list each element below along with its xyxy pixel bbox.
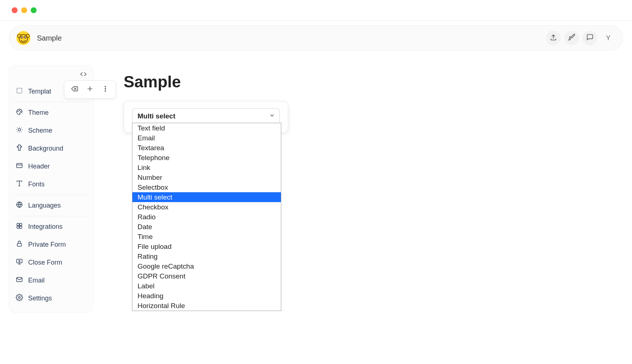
rocket-button[interactable]	[564, 31, 579, 45]
floating-toolbar	[64, 80, 116, 99]
sidebar-item-label: Theme	[28, 109, 49, 117]
topbar: Sample Y	[9, 25, 623, 51]
svg-point-19	[20, 111, 21, 112]
sidebar-item-label: Close Form	[28, 259, 62, 266]
svg-line-24	[21, 132, 22, 132]
svg-point-17	[18, 111, 18, 112]
window-close-dot[interactable]	[12, 7, 18, 13]
sidebar-item-label: Fonts	[28, 181, 45, 188]
topbar-actions: Y	[546, 31, 616, 45]
form-card: Multi select Text fieldEmailTextareaTele…	[124, 101, 288, 133]
svg-line-28	[21, 128, 22, 128]
svg-point-18	[19, 110, 20, 111]
field-type-select[interactable]: Multi select	[132, 108, 280, 124]
window-zoom-dot[interactable]	[31, 7, 37, 13]
sidebar-divider	[13, 216, 90, 216]
window-controls	[0, 0, 632, 21]
sidebar-item-integrations[interactable]: Integrations	[9, 218, 93, 236]
svg-point-6	[21, 37, 22, 38]
svg-point-20	[18, 129, 21, 131]
sidebar-item-label: Header	[28, 163, 50, 170]
sidebar-item-header[interactable]: Header	[9, 158, 93, 175]
chat-button[interactable]	[583, 31, 597, 45]
puzzle-icon	[16, 222, 23, 231]
sidebar-item-settings[interactable]: Settings	[9, 289, 93, 307]
avatar-initial: Y	[606, 34, 610, 42]
sidebar: Templat Theme Scheme Background Header F…	[9, 65, 94, 313]
svg-point-13	[105, 86, 106, 87]
sidebar-divider	[13, 195, 90, 195]
monitor-x-icon	[16, 258, 23, 267]
sidebar-item-email[interactable]: Email	[9, 272, 93, 289]
field-type-option[interactable]: Selectbox	[132, 182, 281, 192]
window-minimize-dot[interactable]	[21, 7, 27, 13]
sidebar-item-theme[interactable]: Theme	[9, 104, 93, 122]
add-field-button[interactable]	[86, 85, 94, 94]
upload-button[interactable]	[546, 31, 561, 45]
sidebar-item-background[interactable]: Background	[9, 140, 93, 158]
main-canvas: Sample Multi select Text fieldEmailTexta…	[105, 65, 623, 133]
field-type-option[interactable]: Link	[132, 163, 281, 172]
app-logo	[16, 31, 30, 45]
settings-icon	[16, 294, 23, 303]
delete-icon	[71, 87, 78, 94]
field-type-option[interactable]: Rating	[132, 251, 281, 261]
code-icon	[80, 72, 87, 79]
field-type-option[interactable]: Google reCaptcha	[132, 261, 281, 271]
topbar-title: Sample	[37, 34, 62, 42]
header-icon	[16, 162, 23, 171]
delete-field-button[interactable]	[71, 85, 78, 94]
field-type-option[interactable]: Text field	[132, 123, 281, 133]
lock-icon	[16, 240, 23, 249]
sidebar-divider	[13, 102, 90, 102]
svg-rect-39	[17, 243, 22, 246]
user-avatar[interactable]: Y	[601, 31, 616, 45]
sidebar-item-label: Settings	[28, 295, 52, 302]
field-type-option[interactable]: Checkbox	[132, 202, 281, 212]
field-type-option[interactable]: File upload	[132, 242, 281, 251]
svg-line-23	[17, 128, 18, 128]
page-title: Sample	[124, 73, 623, 91]
field-type-option[interactable]: GDPR Consent	[132, 271, 281, 281]
svg-point-14	[105, 88, 106, 89]
field-type-option[interactable]: Number	[132, 172, 281, 182]
field-type-option[interactable]: Label	[132, 281, 281, 291]
field-type-option[interactable]: Date	[132, 222, 281, 232]
type-icon	[16, 180, 23, 189]
mail-icon	[16, 276, 23, 285]
sidebar-item-label: Languages	[28, 202, 61, 209]
sidebar-item-languages[interactable]: Languages	[9, 197, 93, 215]
sidebar-item-private-form[interactable]: Private Form	[9, 236, 93, 254]
sidebar-item-label: Private Form	[28, 241, 66, 249]
template-icon	[16, 87, 23, 96]
more-actions-button[interactable]	[102, 85, 109, 94]
sidebar-item-scheme[interactable]: Scheme	[9, 122, 93, 140]
field-type-option[interactable]: Multi select	[132, 192, 281, 202]
brush-icon	[16, 144, 23, 153]
code-toggle[interactable]	[80, 71, 87, 79]
sidebar-item-fonts[interactable]: Fonts	[9, 175, 93, 193]
sidebar-item-label: Background	[28, 145, 63, 152]
field-type-option[interactable]: Textarea	[132, 143, 281, 153]
sidebar-item-close-form[interactable]: Close Form	[9, 254, 93, 272]
sidebar-item-label: Integrations	[28, 223, 63, 231]
field-type-dropdown[interactable]: Text fieldEmailTextareaTelephoneLinkNumb…	[132, 123, 281, 311]
field-type-option[interactable]: Radio	[132, 212, 281, 222]
svg-rect-37	[17, 226, 19, 228]
field-type-option[interactable]: Heading	[132, 291, 281, 301]
svg-rect-36	[20, 223, 22, 225]
field-type-option[interactable]: Time	[132, 232, 281, 242]
sidebar-item-label: Templat	[28, 88, 51, 95]
sidebar-item-label: Scheme	[28, 127, 52, 134]
sun-icon	[16, 126, 23, 135]
svg-line-27	[17, 132, 18, 132]
globe-icon	[16, 201, 23, 210]
sidebar-item-label: Email	[28, 277, 45, 284]
svg-rect-16	[17, 88, 22, 93]
field-type-option[interactable]: Email	[132, 133, 281, 143]
upload-icon	[550, 34, 557, 42]
field-type-option[interactable]: Telephone	[132, 153, 281, 163]
svg-point-7	[25, 37, 26, 38]
field-type-option[interactable]: Horizontal Rule	[132, 301, 281, 311]
svg-rect-38	[20, 226, 22, 228]
